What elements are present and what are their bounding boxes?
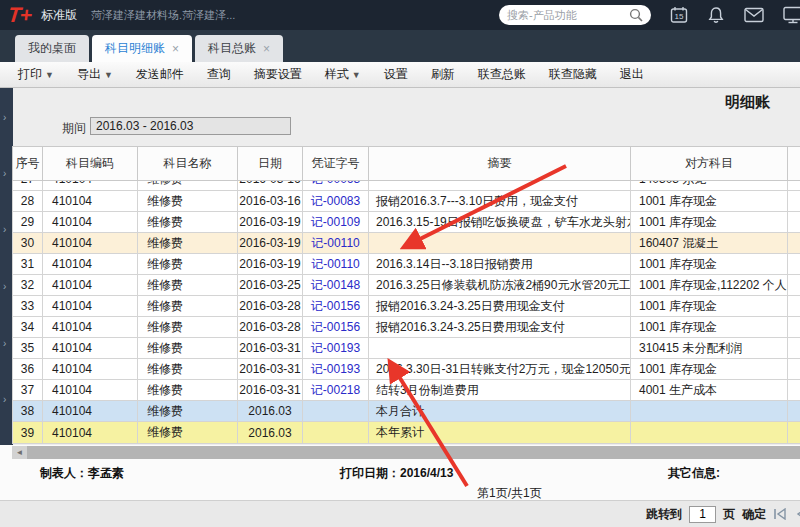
voucher-link bbox=[303, 401, 369, 422]
table-row[interactable]: 37410104维修费2016-03-31记-00218结转3月份制造费用400… bbox=[13, 380, 800, 401]
table-row[interactable]: 32410104维修费2016-03-25记-001482016.3.25日修装… bbox=[13, 275, 800, 296]
filler-cell bbox=[788, 212, 800, 233]
tab-close-icon[interactable]: × bbox=[263, 42, 270, 56]
edition-label: 标准版 bbox=[41, 7, 77, 24]
tab-subject-detail-ledger[interactable]: 科目明细账× bbox=[92, 35, 192, 62]
voucher-link[interactable]: 记-00148 bbox=[303, 275, 369, 296]
date-cell: 2016-03-28 bbox=[238, 296, 303, 317]
expand-panel-chevron-icon[interactable]: › bbox=[3, 112, 6, 123]
expand-panel-chevron-icon[interactable]: › bbox=[3, 338, 6, 349]
notifications-bell-icon[interactable] bbox=[707, 6, 725, 24]
mail-icon[interactable] bbox=[744, 7, 764, 23]
toolbar-button-refresh[interactable]: 刷新 bbox=[431, 66, 455, 83]
expand-panel-chevron-icon[interactable]: › bbox=[3, 281, 6, 292]
horizontal-scrollbar[interactable]: ◄ bbox=[12, 446, 800, 459]
voucher-link[interactable]: 记-00193 bbox=[303, 359, 369, 380]
search-icon[interactable] bbox=[629, 8, 643, 22]
table-row[interactable]: 34410104维修费2016-03-28记-00156报销2016.3.24-… bbox=[13, 317, 800, 338]
pager: 跳转到 页 确定 bbox=[646, 501, 800, 527]
voucher-link[interactable]: 记-00156 bbox=[303, 296, 369, 317]
subject-name-cell: 维修费 bbox=[138, 191, 238, 212]
scrollbar-thumb[interactable] bbox=[27, 446, 800, 459]
row-number-cell: 39 bbox=[13, 422, 43, 444]
voucher-link[interactable]: 记-00110 bbox=[303, 254, 369, 275]
table-row[interactable]: 28410104维修费2016-03-16记-00083报销2016.3.7--… bbox=[13, 191, 800, 212]
summary-cell: 报销2016.3.7---3.10日费用，现金支付 bbox=[369, 191, 631, 212]
row-number-cell: 28 bbox=[13, 191, 43, 212]
table-row[interactable]: 29410104维修费2016-03-19记-001092016.3.15-19… bbox=[13, 212, 800, 233]
first-page-icon[interactable] bbox=[773, 508, 787, 520]
toolbar-button-print[interactable]: 打印▼ bbox=[18, 66, 54, 83]
date-cell: 2016.03 bbox=[238, 401, 303, 422]
title-bar: T+ 标准版 菏泽建泽建材料场.菏泽建泽... 搜索-产品功能 15 bbox=[0, 0, 800, 30]
row-number-cell: 32 bbox=[13, 275, 43, 296]
table-row[interactable]: 30410104维修费2016-03-19记-00110160407 混凝土 bbox=[13, 233, 800, 254]
toolbar-button-export[interactable]: 导出▼ bbox=[77, 66, 113, 83]
grid-header-row: 序号科目编码科目名称日期凭证字号摘要对方科目 bbox=[13, 147, 800, 181]
toolbar-button-query[interactable]: 查询 bbox=[207, 66, 231, 83]
tab-my-desktop[interactable]: 我的桌面 bbox=[15, 35, 89, 62]
voucher-link[interactable]: 记-00063 bbox=[303, 181, 369, 191]
expand-panel-chevron-icon[interactable]: › bbox=[3, 168, 6, 179]
filler-cell bbox=[788, 191, 800, 212]
expand-panel-chevron-icon[interactable]: › bbox=[3, 394, 6, 405]
voucher-link[interactable]: 记-00109 bbox=[303, 212, 369, 233]
voucher-link[interactable]: 记-00193 bbox=[303, 338, 369, 359]
toolbar-button-send-email[interactable]: 发送邮件 bbox=[136, 66, 184, 83]
subject-name-cell: 维修费 bbox=[138, 338, 238, 359]
previous-page-icon[interactable] bbox=[794, 508, 800, 520]
calendar-icon[interactable]: 15 bbox=[670, 6, 688, 24]
date-cell: 2016-03-31 bbox=[238, 380, 303, 401]
page-number-input[interactable] bbox=[689, 506, 716, 523]
date-cell: 2016-03-16 bbox=[238, 191, 303, 212]
period-label: 期间 bbox=[62, 120, 86, 137]
voucher-link[interactable]: 记-00083 bbox=[303, 191, 369, 212]
table-row[interactable]: 31410104维修费2016-03-19记-001102016.3.14日--… bbox=[13, 254, 800, 275]
subject-code-cell: 410104 bbox=[43, 296, 138, 317]
row-number-cell: 36 bbox=[13, 359, 43, 380]
filler-cell bbox=[788, 422, 800, 444]
toolbar-button-settings[interactable]: 设置 bbox=[384, 66, 408, 83]
voucher-link[interactable]: 记-00218 bbox=[303, 380, 369, 401]
page-unit-label: 页 bbox=[723, 506, 735, 523]
filler-cell bbox=[788, 401, 800, 422]
summary-cell bbox=[369, 233, 631, 254]
table-row[interactable]: 33410104维修费2016-03-28记-00156报销2016.3.24-… bbox=[13, 296, 800, 317]
toolbar-button-exit[interactable]: 退出 bbox=[620, 66, 644, 83]
toolbar-button-linked-general-ledger[interactable]: 联查总账 bbox=[478, 66, 526, 83]
date-cell: 2016-03-25 bbox=[238, 275, 303, 296]
subject-code-cell: 410104 bbox=[43, 359, 138, 380]
voucher-link[interactable]: 记-00156 bbox=[303, 317, 369, 338]
period-value: 2016.03 - 2016.03 bbox=[96, 119, 193, 133]
table-row[interactable]: 38410104维修费2016.03本月合计 bbox=[13, 401, 800, 422]
monitor-icon[interactable] bbox=[783, 6, 800, 24]
date-cell: 2016-03-31 bbox=[238, 359, 303, 380]
table-row[interactable]: 27410104维修费2016-03-16记-00063140303 东龙 bbox=[13, 181, 800, 191]
confirm-button[interactable]: 确定 bbox=[742, 506, 766, 523]
scroll-left-button[interactable]: ◄ bbox=[12, 446, 27, 459]
tab-close-icon[interactable]: × bbox=[172, 42, 179, 56]
opposite-subject-cell: 1001 库存现金 bbox=[631, 254, 788, 275]
filler-cell bbox=[788, 275, 800, 296]
period-input[interactable]: 2016.03 - 2016.03 bbox=[90, 117, 291, 135]
filler-cell bbox=[788, 359, 800, 380]
toolbar-button-summary-settings[interactable]: 摘要设置 bbox=[254, 66, 302, 83]
summary-cell: 本年累计 bbox=[369, 422, 631, 444]
report-title: 明细账 bbox=[725, 93, 770, 112]
subject-code-cell: 410104 bbox=[43, 317, 138, 338]
table-row[interactable]: 39410104维修费2016.03本年累计 bbox=[13, 422, 800, 444]
table-row[interactable]: 35410104维修费2016-03-31记-00193310415 未分配利润 bbox=[13, 338, 800, 359]
subject-code-cell: 410104 bbox=[43, 233, 138, 254]
filler-cell bbox=[788, 338, 800, 359]
tab-subject-general-ledger[interactable]: 科目总账× bbox=[195, 35, 283, 62]
voucher-link[interactable]: 记-00110 bbox=[303, 233, 369, 254]
row-number-cell: 27 bbox=[13, 181, 43, 191]
date-cell: 2016-03-28 bbox=[238, 317, 303, 338]
table-row[interactable]: 36410104维修费2016-03-31记-001932016.3.30日-3… bbox=[13, 359, 800, 380]
search-input[interactable]: 搜索-产品功能 bbox=[499, 5, 651, 25]
expand-panel-chevron-icon[interactable]: › bbox=[3, 224, 6, 235]
toolbar-button-style[interactable]: 样式▼ bbox=[325, 66, 361, 83]
summary-cell: 2016.3.30日-31日转账支付2万元，现金12050元 bbox=[369, 359, 631, 380]
toolbar-button-linked-hidden[interactable]: 联查隐藏 bbox=[549, 66, 597, 83]
row-number-cell: 31 bbox=[13, 254, 43, 275]
